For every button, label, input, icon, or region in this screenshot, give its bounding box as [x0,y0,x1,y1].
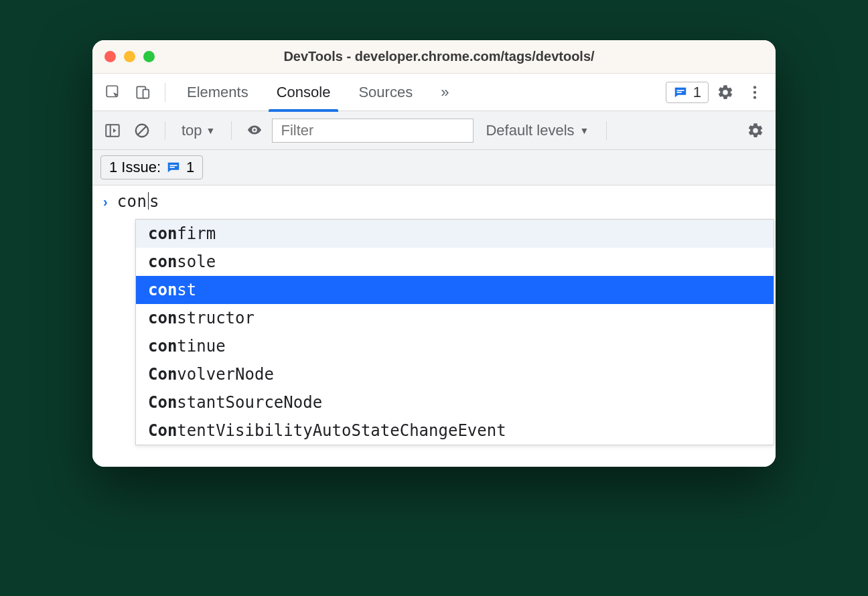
device-toolbar-icon[interactable] [130,80,155,105]
log-levels-selector[interactable]: Default levels ▼ [479,122,595,139]
inspect-icon[interactable] [100,80,126,105]
separator [165,83,165,102]
svg-rect-8 [106,125,119,136]
settings-icon[interactable] [713,80,738,105]
svg-line-11 [138,126,147,135]
chevron-down-icon: ▼ [580,125,589,136]
console-body: › cons confirmconsoleconstconstructorcon… [92,185,776,467]
live-expression-icon[interactable] [242,119,267,143]
separator [231,121,232,140]
separator [606,121,607,140]
autocomplete-item[interactable]: continue [136,332,774,360]
console-toolbar: top ▼ Default levels ▼ [92,111,776,150]
svg-point-6 [753,90,756,93]
console-settings-icon[interactable] [743,119,768,143]
execution-context-selector[interactable]: top ▼ [176,122,220,139]
svg-rect-14 [170,167,175,168]
autocomplete-item[interactable]: ConstantSourceNode [136,388,774,417]
main-tabstrip: Elements Console Sources » 1 [92,74,776,111]
separator [165,121,165,140]
svg-point-7 [753,96,756,98]
issue-bar-count: 1 [186,159,194,176]
autocomplete-item[interactable]: constructor [136,304,774,332]
window-title: DevTools - developer.chrome.com/tags/dev… [115,49,764,64]
context-label: top [182,122,202,139]
tab-console[interactable]: Console [265,74,343,111]
titlebar: DevTools - developer.chrome.com/tags/dev… [92,40,776,74]
issues-count: 1 [693,84,701,101]
svg-rect-4 [676,92,681,93]
issue-bar-label: 1 Issue: [109,159,161,176]
autocomplete-item[interactable]: console [136,248,774,276]
tab-elements[interactable]: Elements [175,74,261,111]
prompt-caret-icon: › [103,194,108,210]
svg-rect-3 [676,90,684,91]
autocomplete-item[interactable]: confirm [136,220,774,248]
clear-console-icon[interactable] [130,119,154,143]
text-cursor [148,192,149,210]
issues-badge[interactable]: 1 [666,82,709,103]
autocomplete-item[interactable]: ContentVisibilityAutoStateChangeEvent [136,417,774,445]
svg-rect-13 [170,165,177,166]
message-icon [673,85,688,100]
autocomplete-popup: confirmconsoleconstconstructorcontinueCo… [135,219,774,445]
svg-rect-2 [143,89,149,98]
levels-label: Default levels [486,122,574,139]
console-prompt[interactable]: › cons [92,185,776,212]
autocomplete-item[interactable]: const [136,276,774,304]
svg-point-5 [753,86,756,88]
console-input[interactable]: cons [117,192,159,211]
tab-sources[interactable]: Sources [346,74,425,111]
issues-bar: 1 Issue: 1 [92,150,776,185]
chevron-down-icon: ▼ [206,125,216,136]
issues-link[interactable]: 1 Issue: 1 [100,155,203,179]
sidebar-toggle-icon[interactable] [100,119,125,143]
tab-more[interactable]: » [429,74,461,111]
devtools-window: DevTools - developer.chrome.com/tags/dev… [92,40,776,467]
autocomplete-item[interactable]: ConvolverNode [136,360,774,388]
kebab-menu-icon[interactable] [742,80,768,105]
message-icon [166,160,181,175]
filter-input[interactable] [272,119,474,143]
svg-point-12 [254,129,256,131]
